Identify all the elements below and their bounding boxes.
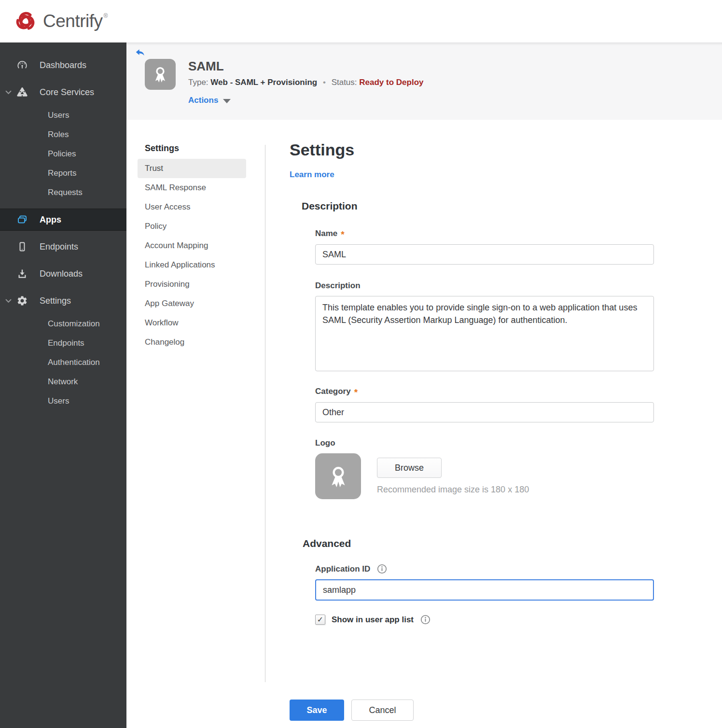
description-label: Description [315,281,361,291]
subnav-item-app-gateway[interactable]: App Gateway [138,294,246,313]
meta-separator: • [323,78,326,87]
learn-more-link[interactable]: Learn more [290,170,334,180]
app-logo [145,59,176,90]
show-in-user-app-list-label: Show in user app list [332,615,414,625]
subnav-item-saml-response[interactable]: SAML Response [138,178,246,197]
sidebar-item-endpoints[interactable]: Endpoints [0,233,126,260]
sidebar-item-label: Dashboards [40,60,86,70]
sidebar-item-label: Settings [40,296,71,306]
sidebar-item-downloads[interactable]: Downloads [0,260,126,287]
subnav-item-changelog[interactable]: Changelog [138,333,246,352]
brand-registered-mark: ® [103,13,108,19]
subnav-item-account-mapping[interactable]: Account Mapping [138,236,246,255]
recommended-size-text: Recommended image size is 180 x 180 [377,485,529,495]
app-meta-row: Type: Web - SAML + Provisioning • Status… [188,78,423,87]
description-section-heading: Description [302,200,654,212]
subnav-item-trust[interactable]: Trust [138,159,246,178]
centrify-swirl-icon [13,9,38,34]
type-value: Web - SAML + Provisioning [210,78,317,87]
logo-label: Logo [315,438,335,448]
type-label: Type: [188,78,208,87]
top-bar: Centrify ® [0,0,722,42]
sidebar-item-customization[interactable]: Customization [0,314,126,334]
chevron-down-icon[interactable] [0,90,16,95]
status-label: Status: [332,78,357,87]
sidebar-item-core-services[interactable]: Core Services [0,79,126,106]
subnav-item-linked-applications[interactable]: Linked Applications [138,255,246,275]
required-marker: * [341,229,344,240]
category-field[interactable] [315,402,654,422]
sidebar-item-settings[interactable]: Settings [0,287,126,314]
downloads-icon [16,268,28,280]
category-label: Category [315,387,351,396]
info-icon[interactable] [377,564,387,574]
sidebar-item-roles[interactable]: Roles [0,125,126,144]
subnav-item-workflow[interactable]: Workflow [138,313,246,333]
description-field[interactable]: This template enables you to provide sin… [315,296,654,371]
settings-form: Settings Learn more Description Name * D… [265,120,654,728]
subnav-item-user-access[interactable]: User Access [138,197,246,217]
sidebar-item-label: Endpoints [40,242,78,252]
sidebar-item-label: Apps [40,215,61,225]
endpoints-phone-icon [16,241,28,252]
brand-logo[interactable]: Centrify ® [13,9,108,34]
sidebar-item-reports[interactable]: Reports [0,164,126,183]
subnav-heading: Settings [145,143,265,154]
gear-icon [16,295,28,307]
show-in-user-app-list-checkbox[interactable]: ✓ [315,615,325,625]
logo-preview [315,453,361,499]
sidebar: Dashboards Core Services User [0,42,126,728]
sidebar-item-settings-endpoints[interactable]: Endpoints [0,334,126,353]
save-button[interactable]: Save [290,700,344,721]
dashboards-gauge-icon [16,59,28,71]
caret-down-icon [223,99,231,103]
checkmark-icon: ✓ [317,616,323,624]
subnav-item-provisioning[interactable]: Provisioning [138,275,246,294]
application-id-field[interactable] [315,579,654,601]
ribbon-award-icon [150,64,170,84]
actions-label: Actions [188,96,218,105]
sidebar-item-policies[interactable]: Policies [0,144,126,164]
sidebar-item-dashboards[interactable]: Dashboards [0,52,126,79]
ribbon-award-icon [325,463,352,490]
sidebar-item-apps[interactable]: Apps [0,209,126,231]
chevron-down-icon[interactable] [0,299,16,303]
brand-name: Centrify [43,9,102,34]
status-badge: Ready to Deploy [359,78,423,87]
settings-subnav: Settings Trust SAML Response User Access… [126,120,265,728]
content-area: SAML Type: Web - SAML + Provisioning • S… [126,42,722,728]
sidebar-item-requests[interactable]: Requests [0,183,126,202]
subnav-item-policy[interactable]: Policy [138,217,246,236]
browse-button[interactable]: Browse [377,458,442,478]
info-icon[interactable] [420,615,430,625]
application-id-label: Application ID [315,564,370,574]
actions-dropdown[interactable]: Actions [188,96,231,105]
settings-title: Settings [290,141,654,158]
sidebar-item-network[interactable]: Network [0,372,126,392]
sidebar-item-users[interactable]: Users [0,106,126,125]
back-arrow-icon[interactable] [134,47,146,59]
required-marker: * [354,387,358,398]
name-label: Name [315,229,337,238]
core-services-icon [16,86,28,98]
page-title: SAML [188,59,423,73]
show-in-user-app-list-row: ✓ Show in user app list [315,615,654,625]
apps-icon [16,214,28,225]
sidebar-item-label: Downloads [40,269,83,279]
name-field[interactable] [315,244,654,265]
advanced-section-heading: Advanced [303,538,654,549]
sidebar-item-settings-users[interactable]: Users [0,392,126,411]
centrify-admin-screen: Centrify ® Dashboards [0,0,722,728]
sidebar-item-label: Core Services [40,87,94,98]
cancel-button[interactable]: Cancel [351,700,414,721]
app-header: SAML Type: Web - SAML + Provisioning • S… [126,42,722,120]
sidebar-item-authentication[interactable]: Authentication [0,353,126,372]
